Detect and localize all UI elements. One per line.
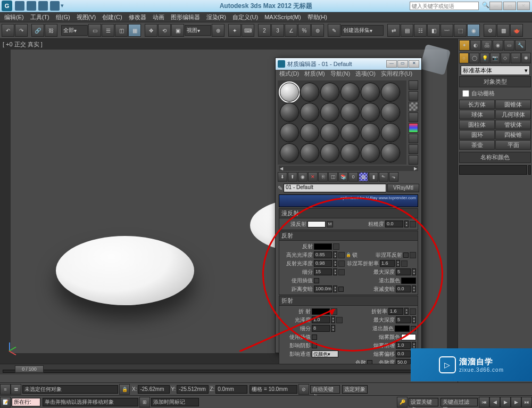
- prev-frame-button[interactable]: ◀: [489, 397, 500, 407]
- rotate-button[interactable]: ⟲: [158, 24, 171, 37]
- material-slot[interactable]: [340, 123, 360, 142]
- make-copy-button[interactable]: ⎘: [318, 172, 328, 182]
- select-name-button[interactable]: ☰: [102, 24, 114, 37]
- schematic-button[interactable]: ⬚: [454, 24, 467, 37]
- comm-center-button[interactable]: ⊞: [139, 397, 150, 407]
- spinner-arrows[interactable]: ▴▾: [412, 268, 416, 275]
- selection-filter-dropdown[interactable]: 全部 ▾: [61, 25, 88, 36]
- helpers-button[interactable]: ◇: [501, 53, 510, 63]
- primitive-category-dropdown[interactable]: 标准基本体▾: [461, 66, 530, 75]
- material-slot[interactable]: [320, 103, 339, 122]
- scale-button[interactable]: ▣: [171, 24, 184, 37]
- hierarchy-tab[interactable]: 品: [481, 40, 492, 51]
- unlink-button[interactable]: ⛓: [45, 24, 57, 37]
- keyfilter-button[interactable]: 关键点过滤器...: [440, 398, 478, 406]
- spinner-arrows[interactable]: ▴▾: [331, 325, 335, 332]
- titlebar-tool-icon[interactable]: [27, 1, 36, 11]
- menu-modifiers[interactable]: 修改器: [126, 13, 149, 21]
- obj-geosphere[interactable]: 几何球体: [495, 110, 531, 119]
- diffuse-map-button[interactable]: M: [327, 221, 333, 227]
- mat-menu-material[interactable]: 材质(M): [302, 70, 328, 79]
- dimfall-spinner[interactable]: 0.0: [396, 285, 411, 292]
- material-editor-titlebar[interactable]: 材质编辑器 - 01 - Default — ▭ ✕: [276, 58, 421, 70]
- mat-menu-mode[interactable]: 模式(D): [277, 70, 302, 79]
- reset-button[interactable]: ✕: [308, 172, 318, 182]
- coord-z[interactable]: 0.0mm: [215, 385, 247, 394]
- material-slot[interactable]: [340, 103, 360, 122]
- spinner-arrows[interactable]: ▴▾: [333, 260, 337, 267]
- spinner-arrows[interactable]: ▴▾: [412, 316, 416, 323]
- cameras-button[interactable]: 📷: [490, 53, 500, 63]
- edit-selset-button[interactable]: ✎: [328, 24, 340, 37]
- select-region-button[interactable]: ◫: [115, 24, 128, 37]
- move-button[interactable]: ✥: [145, 24, 157, 37]
- add-time-tag[interactable]: 添加时间标记: [151, 398, 199, 406]
- setkey-icon[interactable]: 🔑: [397, 397, 408, 407]
- spinner-arrows[interactable]: ▴▾: [412, 285, 416, 292]
- mat-close-button[interactable]: ✕: [409, 60, 419, 68]
- material-id-button[interactable]: 0: [348, 172, 358, 182]
- goto-start-button[interactable]: ⏮: [479, 397, 489, 407]
- play-button[interactable]: ▶: [500, 397, 511, 407]
- menu-group[interactable]: 组(G): [53, 13, 73, 21]
- script-button[interactable]: 📝: [0, 397, 11, 407]
- sample-type-button[interactable]: [409, 80, 418, 90]
- material-slot[interactable]: [381, 83, 400, 102]
- obj-sphere[interactable]: 球体: [459, 110, 495, 119]
- obj-tube[interactable]: 管状体: [495, 120, 531, 129]
- refract-map-button[interactable]: [331, 308, 337, 315]
- pick-material-button[interactable]: ✎: [278, 185, 282, 192]
- fogbias-spinner[interactable]: 0.0: [396, 350, 411, 357]
- mini-listener-button[interactable]: ≡: [0, 384, 11, 395]
- menu-maxscript[interactable]: MAXScript(M): [261, 14, 304, 20]
- next-frame-button[interactable]: ▶: [511, 397, 521, 407]
- mat-menu-utilities[interactable]: 实用程序(U): [378, 70, 415, 79]
- create-tab[interactable]: ✦: [459, 40, 470, 51]
- mat-menu-options[interactable]: 选项(O): [353, 70, 378, 79]
- window-crossing-button[interactable]: ▦: [128, 24, 141, 37]
- material-editor-button[interactable]: ◉: [467, 24, 480, 37]
- spinner-snap-button[interactable]: ⊚: [311, 24, 324, 37]
- material-slot[interactable]: [280, 123, 299, 142]
- minimize-button[interactable]: —: [489, 2, 502, 10]
- spinner-arrows[interactable]: ▴▾: [396, 260, 400, 267]
- material-slot[interactable]: [320, 143, 339, 162]
- dim-spinner[interactable]: 100.0m: [314, 285, 332, 292]
- ior-map-button[interactable]: [410, 308, 416, 315]
- obj-pyramid[interactable]: 四棱锥: [495, 130, 531, 140]
- slot-scrollbar[interactable]: ◀▶: [279, 166, 418, 171]
- assign-button[interactable]: ◉: [298, 172, 307, 182]
- material-slot[interactable]: [280, 83, 299, 102]
- systems-button[interactable]: ✱: [521, 53, 531, 63]
- snap-2d-button[interactable]: 2: [258, 24, 271, 37]
- lock-selection-button[interactable]: 🔒: [119, 384, 130, 395]
- render-setup-button[interactable]: ⚙: [484, 24, 496, 37]
- material-slot[interactable]: [300, 123, 319, 142]
- maximize-button[interactable]: ▭: [503, 2, 516, 10]
- show-end-result-button[interactable]: ▮: [369, 172, 378, 182]
- put-to-library-button[interactable]: 📚: [338, 172, 348, 182]
- modify-tab[interactable]: ◐: [470, 40, 481, 51]
- material-slot[interactable]: [320, 123, 339, 142]
- all-in-button[interactable]: 所在行:: [12, 398, 40, 406]
- roughness-spinner[interactable]: 0.0: [385, 221, 403, 227]
- coord-y[interactable]: -25.512mm: [177, 385, 209, 394]
- material-type-button[interactable]: VRayMtl: [387, 184, 419, 192]
- render-button[interactable]: 🫖: [510, 24, 523, 37]
- named-selset-dropdown[interactable]: 创建选择集 ▾: [341, 25, 384, 36]
- material-slot[interactable]: [320, 83, 339, 102]
- redo-button[interactable]: ↷: [15, 24, 28, 37]
- material-slot[interactable]: [361, 103, 380, 122]
- fresnel-ior-map-button[interactable]: [401, 260, 408, 267]
- select-by-mat-button[interactable]: [409, 155, 418, 165]
- select-button[interactable]: ▭: [88, 24, 101, 37]
- reflect-maxdepth-spinner[interactable]: 5: [396, 268, 411, 275]
- make-preview-button[interactable]: [409, 134, 418, 143]
- autogrid-checkbox[interactable]: [462, 90, 469, 97]
- material-slot[interactable]: [381, 103, 400, 122]
- sample-uv-button[interactable]: [409, 112, 418, 122]
- menu-create[interactable]: 创建(C): [99, 13, 125, 21]
- refract-glossy-map-button[interactable]: [336, 317, 343, 323]
- time-slider[interactable]: 0 / 100: [0, 364, 458, 374]
- motion-tab[interactable]: ◉: [493, 40, 503, 51]
